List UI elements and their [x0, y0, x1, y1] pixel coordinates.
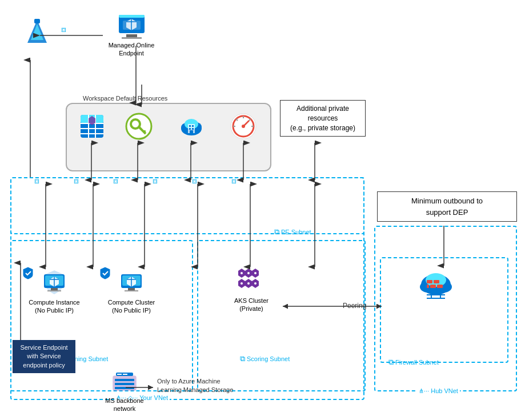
arrow-insights-down: [239, 143, 250, 183]
svg-rect-57: [125, 290, 138, 291]
arrow-storage-down: [87, 143, 98, 183]
arrow-pe-to-private: [310, 184, 322, 270]
svg-rect-34: [190, 130, 193, 133]
storage-icon: [77, 111, 107, 141]
svg-rect-49: [51, 288, 58, 290]
compute-cluster-icon: [117, 269, 146, 296]
arrow-azml-up: [26, 57, 37, 180]
svg-point-64: [241, 272, 243, 274]
firewall-icon-container: [410, 269, 462, 304]
svg-rect-5: [126, 34, 137, 37]
svg-rect-32: [189, 128, 191, 130]
svg-rect-30: [189, 125, 191, 127]
compute-cluster-label: Compute Cluster(No Public IP): [108, 298, 155, 315]
svg-rect-86: [123, 374, 127, 375]
firewall-icon: [415, 269, 456, 304]
svg-rect-56: [128, 288, 135, 290]
svg-rect-77: [437, 285, 443, 288]
arrow-pe-4: [193, 184, 205, 270]
svg-point-69: [254, 282, 257, 285]
arrow-min-outbound-to-firewall: [439, 226, 451, 269]
compute-instance-label: Compute Instance(No Public IP): [29, 298, 79, 315]
key-vault-icon-container: [120, 111, 157, 141]
aks-cluster-label: AKS Cluster(Private): [234, 297, 268, 313]
pe-subnet-label: ⧉ PE Subnet: [274, 227, 311, 237]
managed-online-endpoint-icon: [116, 10, 147, 39]
arrow-pe-to-compute-instance: [41, 184, 53, 270]
arrow-keyvault-down: [133, 143, 145, 183]
service-endpoint-box: Service Endpointwith Serviceendpoint pol…: [13, 340, 75, 373]
key-vault-icon: [124, 111, 154, 141]
svg-rect-75: [434, 280, 439, 283]
svg-point-67: [241, 282, 243, 285]
arrow-service-ep-up: [16, 263, 27, 343]
connector-symbol-1: ⧈: [61, 25, 66, 34]
firewall-subnet-label: ⧉ Firewall Subnet: [388, 358, 439, 367]
svg-rect-2: [34, 19, 40, 23]
minimum-outbound-box: Minimum outbound tosupport DEP: [377, 191, 517, 222]
svg-rect-6: [122, 37, 142, 39]
additional-private-resources-box: Additional privateresources(e.g., privat…: [280, 100, 366, 137]
diagram-container: ⋔··· ◇··· Your VNet ⋔··· Hub VNet ⧉ PE S…: [0, 0, 525, 420]
app-insights-icon: [229, 111, 258, 141]
svg-rect-31: [192, 125, 194, 127]
hub-vnet-label: ⋔··· Hub VNet: [417, 387, 460, 395]
workspace-default-resources-label: Workspace Default Resources: [83, 95, 167, 102]
svg-point-66: [254, 272, 257, 274]
peering-arrow: [280, 301, 386, 312]
arrow-pe-3: [140, 184, 151, 270]
arrow-pe-to-aks: [246, 184, 257, 270]
svg-rect-33: [192, 128, 194, 130]
storage-icon-container: [73, 111, 110, 141]
ms-backbone-label: MS backbonenetwork: [105, 397, 143, 413]
arrow-pe-to-compute-cluster: [89, 184, 100, 270]
svg-point-38: [242, 125, 245, 128]
app-insights-icon-container: [225, 111, 262, 141]
aks-cluster-container: AKS Cluster(Private): [223, 263, 280, 313]
svg-rect-76: [430, 285, 436, 288]
svg-point-68: [247, 282, 250, 285]
svg-rect-87: [115, 379, 134, 381]
svg-rect-78: [427, 285, 429, 288]
svg-rect-85: [117, 374, 122, 375]
container-registry-icon-container: [173, 111, 210, 141]
svg-rect-4: [119, 15, 145, 18]
scoring-subnet-label: ⧉ Scoring Subnet: [240, 354, 290, 363]
container-registry-icon: [177, 111, 206, 141]
arrow-registry-down: [186, 143, 198, 183]
compute-cluster-shield: [99, 266, 111, 282]
arrow-private-resources-down: [310, 143, 322, 183]
svg-rect-74: [427, 280, 432, 283]
arrow-backbone-to-storage: [126, 382, 157, 393]
arrow-moe-to-ml: [34, 29, 109, 46]
svg-point-65: [247, 272, 250, 274]
arrow-workspace-label-down: [137, 85, 149, 107]
compute-instance-icon: [39, 269, 69, 296]
only-to-azure-label: Only to Azure MachineLearning Managed St…: [157, 377, 233, 395]
svg-rect-50: [47, 290, 61, 291]
